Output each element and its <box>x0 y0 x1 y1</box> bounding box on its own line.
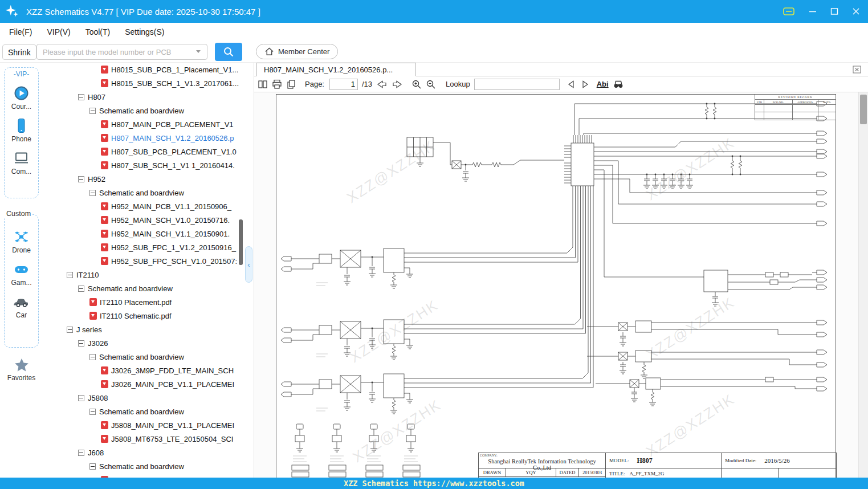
match-case-toggle[interactable]: Abi <box>597 80 609 88</box>
tree-item[interactable]: H807_SUB_PCB_PLACEMENT_V1.0 <box>43 145 246 158</box>
zoom-out-icon[interactable] <box>426 79 436 89</box>
tree-item[interactable]: H952_MAIN_SCH_V1.1_20150901. <box>43 227 246 241</box>
pdf-toolbar: Page: /13 Lookup Abi <box>254 76 868 92</box>
tree-item[interactable]: H952_MAIN_SCH_V1.0_20150716. <box>43 213 246 227</box>
next-page-icon[interactable] <box>392 79 403 89</box>
tree-item-label: J3026_MAIN_PCB_V1.1_PLACEMEI <box>111 380 234 389</box>
tree-item[interactable]: Schematic and boardview <box>43 104 246 117</box>
binoculars-icon[interactable] <box>613 79 624 89</box>
page-input[interactable] <box>329 79 358 90</box>
maximize-button[interactable] <box>830 7 838 15</box>
pdf-file-icon <box>101 161 108 169</box>
tree-item[interactable]: J5808_MT6753_LTE_20150504_SCI <box>43 432 246 446</box>
pdf-canvas[interactable]: XZZ@XZZHK XZZ@XZZHK XZZ@XZZHK XZZ@XZZHK … <box>254 92 859 478</box>
sidebar-item-game[interactable]: Gam... <box>5 262 38 287</box>
zoom-in-icon[interactable] <box>411 79 422 89</box>
collapse-icon[interactable] <box>89 409 96 415</box>
tree-item[interactable]: Schematic and boardview <box>43 282 246 295</box>
menu-tool[interactable]: Tool(T) <box>85 27 111 36</box>
schematic-page[interactable]: XZZ@XZZHK XZZ@XZZHK XZZ@XZZHK XZZ@XZZHK … <box>276 94 836 478</box>
tree-item-label: Schematic and boardview <box>99 408 184 416</box>
vip-card-icon[interactable] <box>783 6 795 17</box>
tree-item[interactable]: J608_MAIN_PCB_V1.0_20140722_ <box>43 473 246 478</box>
smartphone-icon <box>14 118 29 133</box>
tree-item[interactable]: Schematic and boardview <box>43 405 246 418</box>
collapse-icon[interactable] <box>67 327 73 333</box>
collapse-icon[interactable] <box>78 450 84 456</box>
tree-item[interactable]: H807_MAIN_SCH_V1.2_20160526.p <box>43 131 246 145</box>
search-dropdown-icon[interactable] <box>196 50 201 53</box>
sidebar-item-course[interactable]: Cour... <box>5 85 38 111</box>
sidebar-item-computer[interactable]: Com... <box>5 150 38 176</box>
menu-settings[interactable]: Settings(S) <box>125 27 164 36</box>
tree-item[interactable]: H8015_SUB_PCB_1_Placement_V1... <box>43 63 246 76</box>
model-search-input[interactable] <box>36 44 207 60</box>
model-label: MODEL: <box>609 458 629 463</box>
tree-item[interactable]: Schematic and boardview <box>43 459 246 473</box>
collapse-icon[interactable] <box>78 395 84 401</box>
sidebar-item-drone[interactable]: Drone <box>5 229 38 254</box>
laptop-icon <box>14 150 29 166</box>
collapse-icon[interactable] <box>89 190 96 196</box>
tree-item[interactable]: H8015_SUB_SCH_1_V1.3_2017061... <box>43 76 246 90</box>
menu-file[interactable]: File(F) <box>9 27 32 36</box>
pdf-file-icon <box>101 243 108 251</box>
tree-item-label: Schematic and boardview <box>99 189 184 197</box>
print-icon[interactable] <box>272 79 282 89</box>
collapse-icon[interactable] <box>67 272 73 278</box>
sidebar-item-car[interactable]: Car <box>5 294 38 319</box>
sidebar-item-phone[interactable]: Phone <box>5 118 38 143</box>
shrink-button[interactable]: Shrink <box>2 44 36 60</box>
tree-item[interactable]: IT2110 Placement.pdf <box>43 295 246 309</box>
collapse-icon[interactable] <box>78 94 84 100</box>
tree-item[interactable]: Schematic and boardview <box>43 186 246 199</box>
tree-item[interactable]: H807_SUB_SCH_1_V1 1_20160414. <box>43 158 246 172</box>
two-page-view-icon[interactable] <box>258 79 268 89</box>
collapse-icon[interactable] <box>78 340 84 347</box>
viewer-scrollbar[interactable] <box>858 92 868 478</box>
tree-item[interactable]: IT2110 <box>43 268 246 282</box>
viewer-scrollbar-thumb[interactable] <box>860 95 867 124</box>
close-button[interactable] <box>852 7 860 15</box>
tree-item[interactable]: IT2110 Schematic.pdf <box>43 309 246 323</box>
lookup-input[interactable] <box>474 79 560 90</box>
tree-item-label: H952_SUB_FPC_SCH_V1.0_201507: <box>111 257 237 266</box>
minimize-button[interactable] <box>809 7 817 15</box>
tree-item[interactable]: J608 <box>43 446 246 459</box>
prev-page-icon[interactable] <box>376 79 388 89</box>
collapse-icon[interactable] <box>78 176 84 182</box>
collapse-icon[interactable] <box>89 463 96 470</box>
tree-item[interactable]: H952 <box>43 172 246 186</box>
sidebar-item-favorites[interactable]: Favorites <box>0 358 43 382</box>
tree-item[interactable]: H807 <box>43 90 246 104</box>
modified-value: 2016/5/26 <box>764 457 790 464</box>
tree-item[interactable]: J3026 <box>43 336 246 350</box>
tree-item-label: H807_MAIN_PCB_PLACEMENT_V1 <box>111 120 234 129</box>
tree-item[interactable]: H952_SUB_FPC_SCH_V1.0_201507: <box>43 254 246 268</box>
tree-item-label: H8015_SUB_SCH_1_V1.3_2017061... <box>111 79 239 88</box>
tree-item[interactable]: H807_MAIN_PCB_PLACEMENT_V1 <box>43 117 246 131</box>
tree-item[interactable]: H952_MAIN_PCB_V1.1_20150906_ <box>43 199 246 213</box>
member-center-button[interactable]: Member Center <box>256 44 338 59</box>
menu-vip[interactable]: VIP(V) <box>47 27 70 36</box>
find-prev-icon[interactable] <box>567 80 576 89</box>
collapse-icon[interactable] <box>89 354 96 360</box>
collapse-icon[interactable] <box>89 108 96 114</box>
copy-icon[interactable] <box>286 79 296 89</box>
tree-item-label: H952 <box>88 175 105 184</box>
tree-item[interactable]: J3026_3M9P_FDD_LTE_MAIN_SCH <box>43 364 246 377</box>
tree-scrollbar-thumb[interactable] <box>239 219 243 265</box>
tree-item[interactable]: J5808_MAIN_PCB_V1.1_PLACEMEI <box>43 418 246 432</box>
find-next-icon[interactable] <box>580 80 589 89</box>
document-tab[interactable]: H807_MAIN_SCH_V1.2_20160526.p... <box>256 63 416 76</box>
pdf-file-icon <box>101 257 108 265</box>
tree-item[interactable]: J5808 <box>43 391 246 405</box>
search-button[interactable] <box>215 43 242 61</box>
tree-item[interactable]: Schematic and boardview <box>43 350 246 364</box>
tree-item[interactable]: J series <box>43 323 246 336</box>
tree-item[interactable]: H952_SUB_FPC_1_V1.2_20150916_ <box>43 241 246 254</box>
collapse-icon[interactable] <box>78 286 84 292</box>
panel-collapse-handle[interactable]: ‹ <box>245 246 252 283</box>
tree-item[interactable]: J3026_MAIN_PCB_V1.1_PLACEMEI <box>43 377 246 391</box>
close-document-icon[interactable] <box>853 65 862 74</box>
